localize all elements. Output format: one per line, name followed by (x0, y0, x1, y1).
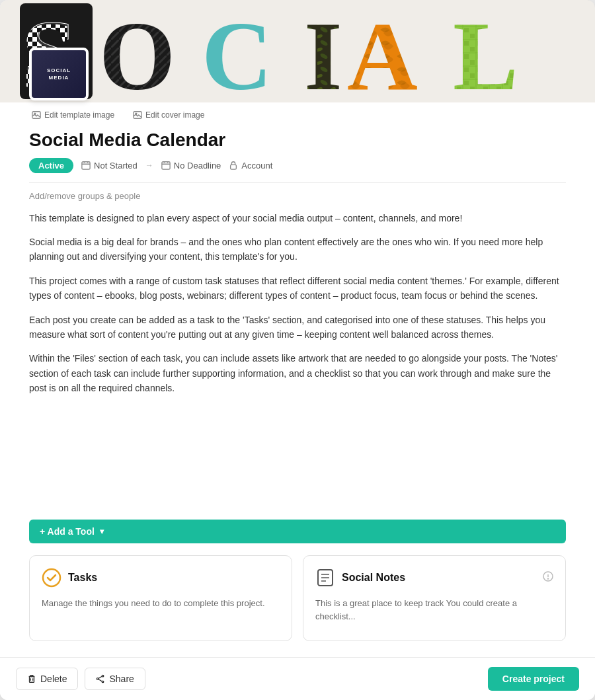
tasks-tool-card[interactable]: Tasks Manage the things you need to do t… (29, 555, 292, 641)
create-project-button[interactable]: Create project (488, 667, 579, 691)
share-icon (96, 674, 105, 683)
calendar-icon (81, 161, 91, 170)
desc-para-2: Social media is a big deal for brands – … (29, 235, 566, 264)
no-deadline-label: No Deadline (174, 161, 221, 171)
share-label: Share (109, 674, 134, 684)
add-remove-row: Add/remove groups & people (0, 183, 595, 206)
svg-point-57 (97, 678, 99, 680)
edit-template-image-label: Edit template image (44, 110, 114, 120)
account-label: Account (241, 161, 272, 171)
deadline-calendar-icon (161, 161, 171, 170)
tasks-card-header: Tasks (42, 568, 280, 588)
notes-icon (315, 568, 335, 588)
svg-rect-44 (231, 165, 237, 169)
active-badge[interactable]: Active (29, 158, 73, 173)
svg-point-45 (43, 569, 60, 586)
social-notes-card-desc: This is a great place to keep track You … (315, 597, 553, 623)
svg-point-51 (548, 578, 549, 579)
tasks-card-desc: Manage the things you need to do to comp… (42, 597, 280, 610)
svg-line-58 (99, 676, 102, 678)
tool-cards-row: Tasks Manage the things you need to do t… (0, 555, 595, 657)
social-notes-tool-card[interactable]: Social Notes This is a great place to ke… (303, 555, 566, 641)
notes-badge (543, 571, 553, 584)
add-remove-link[interactable]: Add/remove groups & people (29, 191, 140, 201)
template-thumbnail: SOCIAL MEDIA (29, 48, 89, 100)
social-notes-card-title: Social Notes (342, 572, 405, 584)
description-area: This template is designed to plan every … (0, 206, 595, 516)
tasks-card-title: Tasks (68, 572, 97, 584)
edit-cover-image-label: Edit cover image (145, 110, 204, 120)
cover-image-icon (133, 110, 142, 120)
tasks-icon (42, 568, 61, 588)
lock-icon (229, 161, 238, 170)
desc-para-4: Each post you create can be added as a t… (29, 313, 566, 342)
svg-point-55 (102, 675, 104, 677)
arrow-icon: → (145, 161, 153, 170)
modal-container: S S S O (0, 0, 595, 700)
project-title: Social Media Calendar (0, 125, 595, 158)
edit-cover-image-button[interactable]: Edit cover image (130, 109, 207, 121)
edit-buttons-row: Edit template image Edit cover image (0, 102, 595, 125)
desc-para-3: This project comes with a range of custo… (29, 274, 566, 303)
delete-button[interactable]: Delete (16, 668, 78, 690)
svg-line-59 (99, 680, 102, 681)
status-row: Active Not Started → No Deadline (0, 158, 595, 182)
svg-point-56 (102, 681, 104, 683)
svg-rect-36 (82, 162, 90, 169)
share-button[interactable]: Share (85, 668, 145, 690)
desc-para-1: This template is designed to plan every … (29, 211, 566, 225)
not-started-label: Not Started (94, 161, 138, 171)
thumbnail-line2: MEDIA (49, 74, 69, 81)
chevron-down-icon: ▾ (100, 527, 104, 536)
add-tool-label: + Add a Tool (40, 526, 95, 537)
account-item[interactable]: Account (229, 161, 272, 171)
image-icon (32, 110, 41, 120)
bottom-bar: Delete Share Create project (0, 657, 595, 700)
thumbnail-line1: SOCIAL (47, 67, 71, 74)
no-deadline-item[interactable]: No Deadline (161, 161, 221, 171)
delete-label: Delete (40, 674, 67, 684)
not-started-item[interactable]: Not Started (81, 161, 138, 171)
social-notes-card-header: Social Notes (315, 568, 553, 588)
bottom-left-buttons: Delete Share (16, 668, 145, 690)
desc-para-5: Within the 'Files' section of each task,… (29, 351, 566, 395)
svg-rect-40 (162, 162, 170, 169)
svg-rect-52 (30, 677, 34, 683)
edit-template-image-button[interactable]: Edit template image (29, 109, 117, 121)
add-tool-button[interactable]: + Add a Tool ▾ (29, 520, 566, 543)
trash-icon (27, 674, 36, 683)
cover-image: S S S O (0, 0, 595, 102)
